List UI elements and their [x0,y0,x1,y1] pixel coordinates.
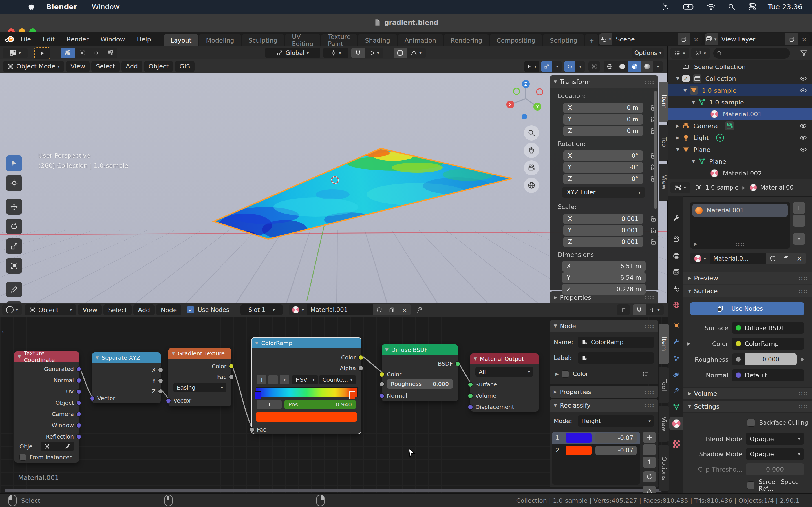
eye-icon[interactable] [800,75,807,82]
outliner-search[interactable] [713,48,790,59]
view-layer-icon[interactable]: ▾ [705,33,718,45]
dimension-y-field[interactable]: Y6.54 m [562,272,646,283]
socket-y[interactable] [158,378,163,383]
stop-index-field[interactable]: 1 [257,400,282,409]
material-browse-button[interactable]: ▾ [690,252,710,265]
parent-node-tree-button[interactable] [617,304,630,315]
surface-shader-button[interactable]: Diffuse BSDF [732,322,804,334]
reclassify-up-button[interactable]: ↑ [643,457,656,468]
location-z-field[interactable]: 0 m [572,128,638,134]
ssr-row[interactable]: Screen Space Ref... [747,478,812,492]
color-mode-dropdown[interactable]: HSV▾ [292,375,318,385]
socket-color-in[interactable] [379,372,385,377]
shader-menu-node[interactable]: Node [156,304,181,315]
ramp-stop-1-active[interactable] [349,391,355,399]
tab-data-icon[interactable] [669,401,683,414]
view-layer-name[interactable]: View Layer [718,36,785,43]
reclassify-color-1[interactable] [566,433,592,443]
proportional-falloff-dropdown[interactable]: ▾ [407,48,426,58]
eye-icon[interactable] [800,146,807,153]
socket-alpha-out[interactable] [358,365,363,371]
shader-unlink-button[interactable]: × [398,304,411,316]
shader-hscrollbar[interactable] [4,489,661,492]
workspace-tab-sculpting[interactable]: Sculpting [242,34,285,47]
easing-dropdown[interactable]: Easing▾ [173,383,226,392]
workspace-tab-layout[interactable]: Layout [164,34,199,47]
snap-target-dropdown[interactable]: ▾ [365,48,384,58]
workspace-tab-rendering[interactable]: Rendering [444,34,489,47]
app-menu-window[interactable]: Window [92,3,120,11]
shader-menu-view[interactable]: View [78,304,102,315]
rotation-y-field[interactable]: -0° [571,164,638,171]
socket-vector-in[interactable] [166,398,171,403]
editor-type-button[interactable]: ▾ [3,48,28,58]
outliner-row-plane-mesh[interactable]: ▼Plane [668,156,812,167]
viewport-menu-object[interactable]: Object [144,61,173,72]
scene-unlink-button[interactable]: × [691,33,702,45]
rotation-mode-dropdown[interactable]: XYZ Euler▾ [562,187,645,198]
ramp-specials-button[interactable]: ▾ [280,375,289,385]
pin-icon[interactable] [416,306,423,314]
node-separate-xyz[interactable]: ▼Separate XYZ X Y Z Vector [92,352,161,403]
shader-editor-type-button[interactable]: ▾ [2,304,22,315]
xray-toggle[interactable] [589,61,600,72]
eye-icon[interactable] [800,87,807,94]
app-menu-blender[interactable]: Blender [46,3,77,11]
use-nodes-button[interactable]: Use Nodes [690,302,804,315]
object-picker-field[interactable] [41,442,74,451]
socket-roughness-in[interactable] [379,381,385,387]
scene-name[interactable]: Scene [612,36,677,43]
fake-user-button[interactable] [766,252,779,265]
view-layer-unlink-button[interactable]: × [799,33,810,45]
shading-dropdown[interactable]: ▾ [653,61,663,72]
viewport-menu-add[interactable]: Add [121,61,142,72]
node-label-field[interactable] [578,352,654,363]
scene-selector[interactable]: ▾ Scene × [599,33,702,45]
object-mode-dropdown[interactable]: Object Mode▾ [3,61,64,72]
material-name-field[interactable]: Material.0... [710,252,766,265]
show-object-types-dropdown[interactable]: ▾ [524,61,539,72]
menubar-clock[interactable]: Tue 23:36 [768,3,802,11]
active-tool-button[interactable] [35,47,50,60]
menu-help[interactable]: Help [131,36,157,43]
reclassify-remove-button[interactable]: − [643,444,656,455]
slot-specials-button[interactable]: ▾ [793,233,805,245]
snap-toggle[interactable] [351,48,365,58]
socket-fac-in[interactable] [249,427,255,432]
menu-render[interactable]: Render [61,36,94,43]
scale-x-field[interactable]: 0.001 [572,216,638,222]
tab-particles-icon[interactable] [669,352,683,365]
outliner-row-sample-object[interactable]: ▼1.0-sample [668,84,812,96]
node-gradient-texture[interactable]: ▼Gradient Texture Color Fac Easing▾ Vect… [168,348,232,406]
location-x-field[interactable]: 0 m [572,105,638,111]
socket-normal-in[interactable] [379,393,385,399]
outliner-display-mode-button[interactable]: ▾ [691,48,710,59]
proportional-editing-toggle[interactable] [394,48,407,58]
tab-render-icon[interactable] [669,233,683,246]
shader-fake-user-button[interactable] [373,304,386,316]
wifi-icon[interactable] [707,3,715,11]
panel-scrollbar[interactable] [654,91,657,209]
remove-stop-button[interactable]: − [268,375,278,385]
light-data-icon[interactable] [716,134,724,142]
workspace-tab-scripting[interactable]: Scripting [543,34,584,47]
eyedropper-icon[interactable] [65,444,70,449]
node-colorramp[interactable]: ▼ColorRamp Color Alpha + − ▾ HSV▾ Counte… [252,338,361,434]
node-name-field[interactable]: ColorRamp [578,337,654,348]
reclassify-add-button[interactable]: + [643,432,656,443]
animate-dot[interactable] [801,358,804,361]
socket-generated[interactable] [76,367,82,372]
normal-input-button[interactable]: Default [732,369,804,381]
ortho-toggle-button[interactable] [524,178,539,193]
reclassify-row-2[interactable]: 2 -0.07 [552,444,640,457]
scene-icon[interactable]: ▾ [599,33,612,45]
list-icon[interactable] [642,371,650,378]
add-slot-button[interactable]: + [793,202,805,214]
backface-culling-row[interactable]: Backface Culling [747,419,808,427]
rotation-z-field[interactable]: 0° [572,175,638,182]
properties-editor-type-button[interactable]: ▾ [670,182,690,193]
navigation-gizmo[interactable]: Z X Y [505,78,547,121]
workspace-tab-compositing[interactable]: Compositing [490,34,542,47]
shader-tab-item[interactable]: Item [659,324,669,364]
tab-constraints-icon[interactable] [669,385,683,397]
